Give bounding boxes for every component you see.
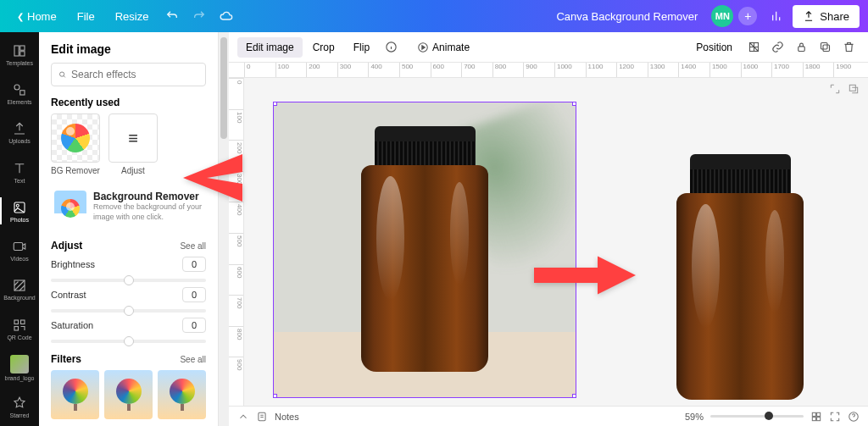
rail-photos-icon xyxy=(12,200,27,215)
search-icon xyxy=(58,69,66,80)
grid-view-icon[interactable] xyxy=(810,411,822,423)
rail-templates[interactable]: Templates xyxy=(0,36,39,73)
recent-bg-remover[interactable]: BG Remover xyxy=(51,113,100,175)
expand-icon[interactable] xyxy=(829,83,841,95)
canvas[interactable] xyxy=(244,78,868,406)
filters-heading: Filters xyxy=(51,353,81,365)
zoom-slider[interactable] xyxy=(710,415,804,418)
rail-templates-icon xyxy=(12,43,27,58)
resize-handle[interactable] xyxy=(572,394,576,398)
filter-thumb[interactable] xyxy=(104,370,153,419)
share-button[interactable]: Share xyxy=(793,5,860,28)
link-icon[interactable] xyxy=(766,36,788,58)
svg-rect-7 xyxy=(14,243,23,251)
jar-no-bg xyxy=(659,154,821,406)
svg-rect-4 xyxy=(20,91,25,95)
edit-image-button[interactable]: Edit image xyxy=(237,37,303,58)
rail-text[interactable]: Text xyxy=(0,153,39,191)
resize-handle[interactable] xyxy=(273,394,277,398)
file-menu[interactable]: File xyxy=(69,5,103,28)
svg-rect-20 xyxy=(259,412,265,420)
edit-panel: Edit image Recently used BG Remover ≡ Ad… xyxy=(39,32,219,426)
rail-qrcode-icon xyxy=(12,318,27,333)
panel-title: Edit image xyxy=(39,32,218,63)
rail-photos[interactable]: Photos xyxy=(0,192,39,230)
recent-adjust[interactable]: ≡ Adjust xyxy=(108,113,158,175)
rail-background[interactable]: Background xyxy=(0,271,39,308)
search-input[interactable] xyxy=(51,63,206,86)
resize-handle[interactable] xyxy=(273,102,277,106)
notes-icon xyxy=(256,411,268,423)
fullscreen-icon[interactable] xyxy=(829,411,841,423)
svg-rect-10 xyxy=(21,320,25,324)
rail-elements-icon xyxy=(12,82,27,97)
crop-button[interactable]: Crop xyxy=(304,37,343,58)
svg-rect-22 xyxy=(817,412,821,416)
adjust-see-all[interactable]: See all xyxy=(180,241,206,251)
slider-knob[interactable] xyxy=(124,275,134,285)
rail-elements[interactable]: Elements xyxy=(0,75,39,112)
document-title[interactable]: Canva Background Remover xyxy=(556,10,698,23)
notes-button[interactable]: Notes xyxy=(275,412,299,422)
resize-handle[interactable] xyxy=(572,102,576,106)
slider-brightness[interactable]: Brightness0 xyxy=(51,257,206,282)
resize-menu[interactable]: Resize xyxy=(107,5,158,28)
adjust-heading: Adjust xyxy=(51,240,82,252)
popout-icon[interactable] xyxy=(848,83,860,95)
svg-marker-27 xyxy=(534,257,636,295)
home-button[interactable]: ❮Home xyxy=(8,5,65,28)
jar-with-bg xyxy=(353,126,497,372)
animate-button[interactable]: Animate xyxy=(409,37,478,58)
help-icon[interactable] xyxy=(848,411,860,423)
ruler-vertical: 0100200300400500600700800900 xyxy=(229,78,244,406)
filter-thumb[interactable] xyxy=(51,370,99,419)
svg-rect-1 xyxy=(20,46,25,50)
position-button[interactable]: Position xyxy=(687,37,741,58)
slider-saturation[interactable]: Saturation0 xyxy=(51,318,206,343)
svg-point-6 xyxy=(16,204,19,207)
insights-button[interactable] xyxy=(765,4,789,28)
recently-used-heading: Recently used xyxy=(51,97,206,108)
filter-thumb[interactable] xyxy=(158,370,206,419)
rail-brand-logo[interactable]: brand_logo xyxy=(0,349,39,386)
slider-contrast[interactable]: Contrast0 xyxy=(51,287,206,313)
svg-rect-0 xyxy=(14,46,19,56)
selected-image[interactable] xyxy=(273,102,576,398)
filters-see-all[interactable]: See all xyxy=(180,355,206,364)
info-icon[interactable] xyxy=(380,36,402,58)
svg-rect-9 xyxy=(14,320,19,324)
svg-rect-11 xyxy=(14,326,19,330)
svg-marker-26 xyxy=(183,154,242,202)
bg-remover-thumb xyxy=(54,191,86,223)
rail-starred[interactable]: Starred xyxy=(0,389,39,426)
avatar[interactable]: MN xyxy=(711,5,733,27)
rail-text-icon xyxy=(12,161,27,176)
bottom-bar: Notes 59% xyxy=(229,406,868,426)
rail-videos[interactable]: Videos xyxy=(0,231,39,268)
annotation-arrow xyxy=(534,254,636,296)
rail-qrcode[interactable]: QR Code xyxy=(0,310,39,347)
svg-rect-24 xyxy=(817,417,821,420)
panel-scrollbar[interactable] xyxy=(219,32,229,426)
rail-starred-icon xyxy=(12,396,27,411)
duplicate-icon[interactable] xyxy=(814,36,836,58)
slider-knob[interactable] xyxy=(124,306,134,316)
lock-icon[interactable] xyxy=(790,36,812,58)
svg-rect-23 xyxy=(812,417,815,420)
chevron-up-icon[interactable] xyxy=(237,411,249,423)
annotation-arrow xyxy=(183,152,242,203)
ruler-horizontal: 0100200300400500600700800900100011001200… xyxy=(229,63,868,78)
add-member-button[interactable]: + xyxy=(738,7,757,25)
undo-button[interactable] xyxy=(160,4,184,28)
transparency-icon[interactable] xyxy=(743,36,765,58)
redo-button[interactable] xyxy=(187,4,211,28)
bg-remover-desc: Remove the background of your image with… xyxy=(93,202,203,222)
flip-button[interactable]: Flip xyxy=(345,37,378,58)
svg-rect-2 xyxy=(20,51,25,55)
zoom-value[interactable]: 59% xyxy=(685,412,704,422)
rail-uploads[interactable]: Uploads xyxy=(0,114,39,152)
slider-knob[interactable] xyxy=(124,336,134,346)
search-field[interactable] xyxy=(71,69,198,80)
delete-icon[interactable] xyxy=(837,36,860,58)
svg-rect-19 xyxy=(849,85,855,91)
